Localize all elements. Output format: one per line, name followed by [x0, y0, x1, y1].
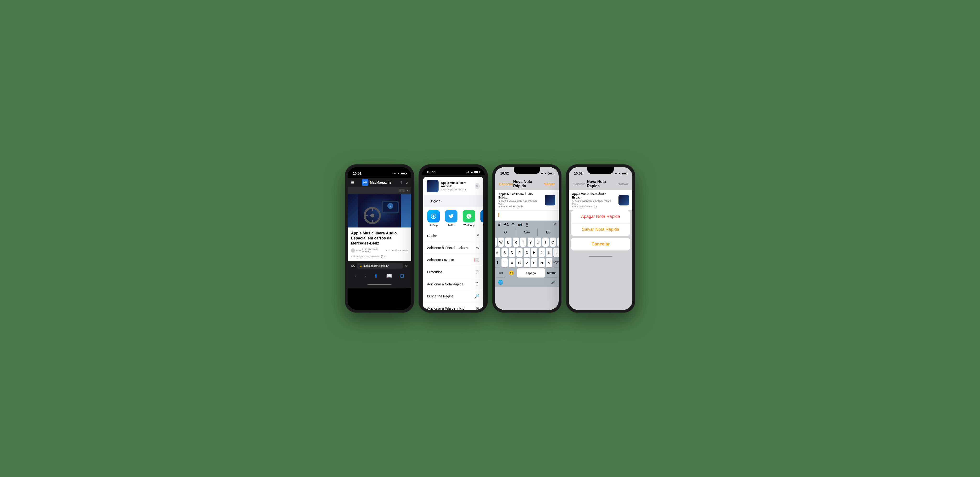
- action-tela-inicio[interactable]: Adicionar à Tela de Início ⊕: [423, 302, 483, 310]
- share-close-button[interactable]: ✕: [475, 183, 480, 189]
- pred-word-1[interactable]: O: [495, 229, 516, 236]
- key-r[interactable]: R: [513, 238, 519, 247]
- key-g[interactable]: G: [524, 248, 530, 257]
- airdrop-icon: [427, 210, 440, 222]
- key-numbers[interactable]: 123: [496, 268, 506, 278]
- key-q[interactable]: Q: [495, 238, 497, 247]
- action-copiar[interactable]: Copiar ⎘: [423, 230, 483, 242]
- whatsapp-icon: [463, 210, 475, 222]
- site-title: MacMagazine: [370, 180, 391, 184]
- forward-icon[interactable]: ›: [364, 273, 366, 279]
- twitter-app[interactable]: Twitter: [444, 210, 458, 227]
- key-m[interactable]: M: [546, 258, 552, 267]
- key-shift[interactable]: ⬆: [495, 258, 500, 267]
- share-thumb: [426, 180, 439, 192]
- app-row: AirDrop Twitter: [423, 207, 483, 230]
- outlook-icon: O: [480, 210, 483, 222]
- note-save-button[interactable]: Salvar: [544, 182, 555, 186]
- close-ad-icon[interactable]: ✕: [407, 189, 409, 192]
- action-preferidos[interactable]: Preferidos ☆: [423, 266, 483, 278]
- svg-point-11: [433, 215, 434, 217]
- key-c[interactable]: C: [516, 258, 523, 267]
- outlook-app[interactable]: O Outlook: [480, 210, 483, 227]
- action-cancel-nav[interactable]: Cancelar: [573, 182, 587, 186]
- moon-icon[interactable]: ☽: [399, 180, 402, 185]
- key-w[interactable]: W: [498, 238, 504, 247]
- tabs-icon[interactable]: ⊡: [400, 273, 404, 279]
- pred-word-3[interactable]: Eu: [538, 229, 558, 236]
- hamburger-icon[interactable]: ☰: [351, 180, 354, 185]
- action-lista-leitura[interactable]: Adicionar à Lista de Leitura ∞: [423, 242, 483, 254]
- key-emoji[interactable]: 😊: [507, 268, 516, 278]
- table-icon[interactable]: ⊞: [497, 222, 501, 227]
- key-s[interactable]: S: [501, 248, 508, 257]
- key-return[interactable]: retorno: [546, 268, 558, 278]
- key-x[interactable]: X: [509, 258, 515, 267]
- wifi-icon-1: ▲: [397, 172, 399, 175]
- action-delete-button[interactable]: Apagar Nota Rápida: [571, 210, 630, 223]
- action-save-note-button[interactable]: Salvar Nota Rápida: [571, 223, 630, 236]
- airdrop-app[interactable]: AirDrop: [426, 210, 441, 227]
- key-t[interactable]: T: [520, 238, 527, 247]
- camera-icon[interactable]: 📷: [517, 222, 522, 227]
- action-nota-rapida[interactable]: Adicionar à Nota Rápida 🗒: [423, 278, 483, 290]
- predictive-bar: O Não Eu: [495, 228, 558, 236]
- markup-kb-icon[interactable]: A̲: [526, 222, 528, 227]
- safari-toolbar: ‹ › ⬆ 📖 ⊡: [348, 271, 411, 281]
- status-icons-2: ▲: [466, 171, 480, 173]
- bookmarks-icon[interactable]: 📖: [386, 273, 392, 279]
- whatsapp-app[interactable]: WhatsApp: [462, 210, 476, 227]
- time-3: 10:52: [500, 171, 509, 175]
- key-o[interactable]: O: [550, 238, 556, 247]
- key-v[interactable]: V: [524, 258, 530, 267]
- key-delete[interactable]: ⌫: [554, 258, 558, 267]
- action-linked-desc: O Áudio Espacial do Apple Music est...: [572, 199, 616, 205]
- article-time: 09:05: [402, 249, 408, 252]
- refresh-icon[interactable]: ↺: [405, 264, 408, 268]
- share-icon[interactable]: ⬆: [374, 273, 378, 279]
- aa-text[interactable]: AA: [351, 264, 355, 267]
- key-n[interactable]: N: [539, 258, 545, 267]
- action-save-nav[interactable]: Salvar: [618, 182, 628, 186]
- key-i[interactable]: I: [542, 238, 549, 247]
- mic-icon[interactable]: 🎤: [551, 280, 556, 285]
- key-d[interactable]: D: [509, 248, 515, 257]
- note-cancel-button[interactable]: Cancelar: [499, 182, 513, 186]
- opcoes-button[interactable]: Opções ›: [426, 197, 480, 205]
- car-dashboard-svg: ♪: [358, 194, 401, 228]
- key-p[interactable]: P: [557, 238, 559, 247]
- key-l[interactable]: L: [554, 248, 558, 257]
- signal-icon-4: [614, 172, 617, 174]
- key-e[interactable]: E: [505, 238, 512, 247]
- key-space[interactable]: espaço: [517, 268, 545, 278]
- pred-word-2[interactable]: Não: [516, 229, 538, 236]
- action-buscar[interactable]: Buscar na Página 🔎: [423, 290, 483, 302]
- key-y[interactable]: Y: [528, 238, 534, 247]
- ad-badge: AD: [399, 189, 404, 192]
- whatsapp-label: WhatsApp: [463, 224, 474, 227]
- font-icon[interactable]: Aa: [504, 222, 509, 227]
- author-avatar: [351, 248, 355, 253]
- key-k[interactable]: K: [546, 248, 552, 257]
- key-a[interactable]: A: [495, 248, 500, 257]
- key-j[interactable]: J: [539, 248, 545, 257]
- action-favorito[interactable]: Adicionar Favorito 📖: [423, 254, 483, 266]
- search-icon[interactable]: ⌕: [406, 180, 408, 185]
- action-cancel-button[interactable]: Cancelar: [571, 238, 630, 250]
- key-b[interactable]: B: [531, 258, 538, 267]
- key-f[interactable]: F: [516, 248, 523, 257]
- globe-icon[interactable]: 🌐: [498, 280, 503, 285]
- note-editor[interactable]: [495, 211, 558, 220]
- share-actions: Copiar ⎘ Adicionar à Lista de Leitura ∞ …: [423, 230, 483, 310]
- url-text-area[interactable]: 🔒 macmagazine.com.br: [357, 263, 403, 269]
- linked-article-info: Apple Music libera Áudio Espa... O Áudio…: [498, 193, 542, 208]
- action-sheet-group-main: Apagar Nota Rápida Salvar Nota Rápida: [571, 210, 630, 236]
- phone-3: 10:52 ▲ Cancelar Nova Nota Rápida Salvar: [492, 164, 562, 313]
- key-u[interactable]: U: [535, 238, 541, 247]
- keyboard-close-icon[interactable]: ✕: [553, 222, 556, 227]
- key-z[interactable]: Z: [501, 258, 508, 267]
- linked-article-title: Apple Music libera Áudio Espa...: [498, 193, 542, 199]
- list-icon[interactable]: ≡: [512, 222, 514, 227]
- key-h[interactable]: H: [531, 248, 538, 257]
- back-icon[interactable]: ‹: [355, 273, 356, 279]
